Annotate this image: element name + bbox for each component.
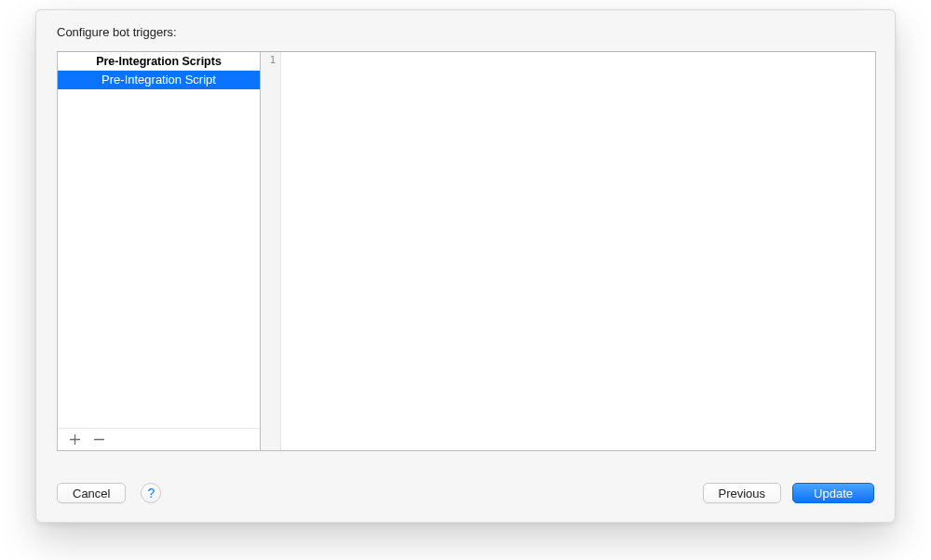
help-icon: ? (148, 486, 155, 500)
dialog-sheet: Configure bot triggers: Pre-Integration … (35, 9, 896, 523)
dialog-button-row: Cancel ? Previous Update (57, 481, 874, 505)
editor-textarea[interactable] (281, 52, 875, 450)
scripts-list: Pre-Integration Scripts Pre-Integration … (58, 52, 260, 428)
main-panel: Pre-Integration Scripts Pre-Integration … (57, 51, 876, 451)
scripts-sidebar: Pre-Integration Scripts Pre-Integration … (58, 52, 261, 450)
minus-icon (94, 434, 104, 445)
remove-script-button[interactable] (91, 433, 106, 447)
script-editor: 1 (261, 52, 875, 450)
add-script-button[interactable] (67, 433, 82, 447)
section-header: Pre-Integration Scripts (58, 52, 260, 71)
gutter-line-number: 1 (261, 54, 276, 65)
sidebar-footer (58, 428, 260, 450)
cancel-button[interactable]: Cancel (57, 483, 126, 503)
dialog-heading: Configure bot triggers: (57, 25, 177, 39)
previous-button[interactable]: Previous (703, 483, 782, 503)
list-item[interactable]: Pre-Integration Script (58, 71, 260, 89)
help-button[interactable]: ? (141, 483, 161, 503)
plus-icon (70, 434, 80, 445)
editor-gutter: 1 (261, 52, 281, 450)
update-button[interactable]: Update (792, 483, 874, 503)
